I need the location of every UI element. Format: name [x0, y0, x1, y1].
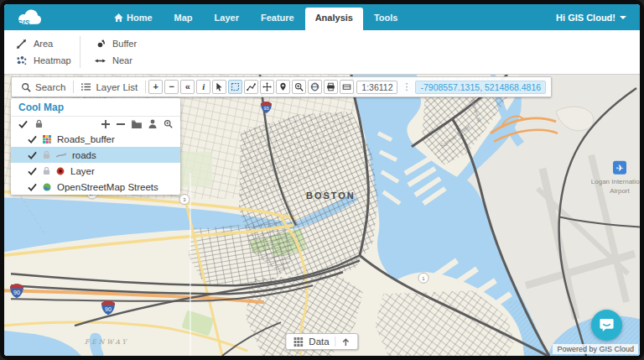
route-shield-1: 1	[418, 273, 428, 283]
nav-home[interactable]: Home	[103, 13, 164, 30]
buffer-legend-icon	[43, 135, 51, 143]
previous-extent-button[interactable]: «	[180, 80, 195, 94]
search-label: Search	[35, 82, 65, 92]
toolbar-divider	[145, 81, 146, 93]
select-rectangle-icon	[231, 82, 240, 91]
nav-layer-label: Layer	[215, 13, 239, 23]
nav-layer[interactable]: Layer	[204, 13, 250, 30]
data-button-divider	[335, 337, 336, 347]
remove-layer-icon[interactable]	[117, 119, 125, 128]
buffer-tool[interactable]: Buffer	[95, 37, 137, 50]
add-marker-button[interactable]	[276, 80, 290, 94]
support-chat-button[interactable]	[591, 310, 622, 341]
heatmap-tool[interactable]: Heatmap	[16, 54, 80, 67]
area-measure-icon	[16, 39, 27, 50]
visibility-column-icon[interactable]	[18, 120, 28, 128]
zoom-in-button[interactable]: +	[148, 80, 163, 94]
info-button[interactable]: i	[196, 80, 210, 94]
heatmap-icon	[16, 55, 27, 66]
area-tool-label: Area	[34, 39, 53, 49]
zoom-area-button[interactable]	[292, 80, 306, 94]
window-frame: GIS Home Map Layer Feature Analysis Tool…	[0, 0, 644, 360]
map-pin-icon	[278, 82, 288, 91]
layer-panel-toolbar	[11, 117, 180, 131]
search-button[interactable]: Search	[15, 77, 71, 97]
pointer-tool-button[interactable]	[212, 80, 226, 94]
heatmap-tool-label: Heatmap	[34, 55, 71, 65]
print-button[interactable]	[324, 80, 338, 94]
caret-down-icon	[620, 16, 626, 19]
coordinates-display[interactable]: -7908557.1315, 5214868.4816	[415, 81, 546, 94]
layer-row-roads-buffer[interactable]: Roads_buffer	[11, 131, 180, 147]
svg-text:90: 90	[105, 306, 112, 312]
scale-input[interactable]: 1:36112	[356, 81, 397, 94]
layer-visible-check-icon[interactable]	[28, 167, 37, 175]
pan-tool-button[interactable]	[260, 80, 274, 94]
add-layer-icon[interactable]	[101, 119, 110, 128]
layer-row-layer[interactable]: Layer	[11, 163, 180, 179]
area-tool[interactable]: Area	[16, 37, 80, 50]
nav-tools-label: Tools	[374, 13, 398, 23]
nav-map[interactable]: Map	[164, 13, 204, 30]
layer-visible-check-icon[interactable]	[28, 151, 37, 159]
layer-list-panel: Cool Map Roads_buffer	[11, 98, 180, 195]
basemap-legend-icon	[43, 183, 51, 191]
nav-tools[interactable]: Tools	[363, 13, 409, 30]
lock-column-icon[interactable]	[35, 119, 43, 128]
printer-icon	[326, 82, 335, 91]
map-label-logan-2: Airport	[610, 187, 630, 195]
lock-icon[interactable]	[43, 166, 50, 175]
gis-cloud-app: GIS Home Map Layer Feature Analysis Tool…	[4, 4, 640, 356]
route-shield-3: 3	[179, 195, 190, 205]
data-grid-toggle[interactable]: Data	[285, 333, 358, 350]
nav-analysis[interactable]: Analysis	[305, 8, 363, 30]
nav-map-label: Map	[174, 13, 193, 23]
buffer-tool-label: Buffer	[112, 39, 137, 49]
select-rectangle-button[interactable]	[228, 80, 242, 94]
ribbon-group-proximity: Buffer Near	[80, 30, 137, 74]
logo-text: GIS	[17, 18, 30, 26]
layer-list-label: Layer List	[96, 82, 138, 92]
lock-icon[interactable]	[43, 150, 50, 159]
nav-feature[interactable]: Feature	[250, 13, 305, 30]
cloud-logo-icon: GIS	[13, 7, 47, 29]
user-menu-label: Hi GIS Cloud!	[556, 13, 615, 23]
draw-polyline-icon	[247, 82, 256, 91]
layer-name: OpenStreetMap Streets	[57, 182, 158, 192]
point-legend-icon	[56, 167, 65, 175]
layer-name: roads	[72, 150, 96, 160]
folder-icon[interactable]	[132, 119, 142, 128]
svg-text:90: 90	[13, 290, 20, 295]
zoom-out-button[interactable]: −	[164, 80, 179, 94]
draw-tool-button[interactable]	[244, 80, 258, 94]
user-menu[interactable]: Hi GIS Cloud!	[543, 4, 640, 30]
buffer-icon	[95, 39, 106, 50]
expand-up-icon	[342, 337, 351, 347]
zoom-area-icon	[294, 82, 304, 91]
user-icon[interactable]	[148, 119, 157, 128]
layer-row-roads[interactable]: roads	[11, 147, 180, 163]
home-icon	[114, 13, 123, 22]
layer-row-osm-streets[interactable]: OpenStreetMap Streets	[11, 179, 180, 195]
map-label-fenway: FENWAY	[85, 338, 129, 346]
zoom-to-layer-icon[interactable]	[164, 119, 173, 128]
layer-list-button[interactable]: Layer List	[75, 77, 143, 97]
near-tool[interactable]: Near	[95, 54, 137, 67]
nav-home-label: Home	[127, 13, 153, 23]
save-extent-button[interactable]	[340, 80, 354, 94]
main-nav: Home Map Layer Feature Analysis Tools	[103, 4, 408, 30]
full-extent-button[interactable]	[308, 80, 322, 94]
layer-name: Layer	[70, 166, 95, 176]
toolbar-divider	[73, 81, 74, 93]
chat-bubble-icon	[599, 317, 615, 333]
nav-analysis-label: Analysis	[315, 13, 353, 23]
powered-by-link[interactable]: Powered by GIS Cloud	[553, 344, 638, 354]
layer-visible-check-icon[interactable]	[28, 135, 37, 143]
layer-visible-check-icon[interactable]	[28, 183, 37, 191]
more-options-icon[interactable]: ⋮	[399, 81, 413, 92]
grid-icon	[293, 337, 303, 347]
top-nav-bar: GIS Home Map Layer Feature Analysis Tool…	[4, 4, 640, 30]
layer-name: Roads_buffer	[57, 134, 115, 144]
extent-tray-icon	[342, 82, 351, 91]
gis-cloud-logo[interactable]: GIS	[4, 4, 103, 30]
